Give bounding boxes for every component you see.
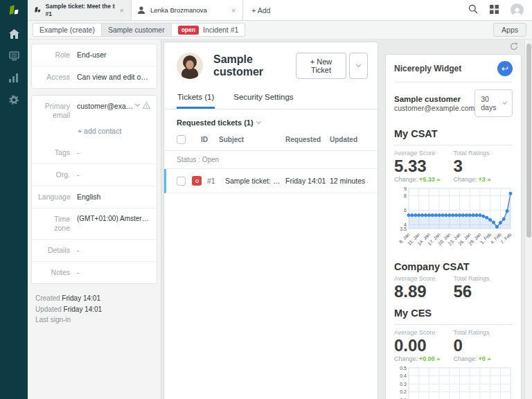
meta-updated: Updated Friday 14:01	[35, 304, 153, 315]
scrollbar-thumb[interactable]	[526, 44, 531, 238]
tab-customer[interactable]: Lenka Brozmanova ×	[132, 0, 243, 20]
chevron-down-icon	[256, 119, 261, 124]
ticket-id: #1	[207, 177, 225, 185]
total-ratings-label: Total Ratings	[454, 275, 513, 282]
my-csat-chart: 98643.58. Jan11. Jan14. Jan17. Jan20. Ja…	[394, 184, 513, 256]
breadcrumb-label: Incident #1	[203, 26, 238, 34]
widget-title: Nicereply Widget	[394, 64, 461, 73]
field-role: Role End-user	[32, 44, 157, 66]
search-icon[interactable]	[468, 4, 478, 16]
period-value: 30 days	[481, 95, 499, 112]
chevron-down-icon[interactable]	[135, 102, 140, 107]
field-value[interactable]: -	[77, 246, 80, 255]
table-header: ID Subject Requested Updated	[164, 133, 378, 151]
ticket-requested: Friday 14:01	[285, 177, 330, 185]
add-tab-button[interactable]: + Add	[243, 0, 278, 20]
ticket-icon	[34, 6, 42, 15]
meta-last-signin: Last sign-in	[35, 314, 153, 326]
add-contact-link[interactable]: + add contact	[32, 127, 157, 142]
svg-text:6: 6	[404, 209, 407, 213]
breadcrumb-sample-customer[interactable]: Sample customer	[101, 23, 172, 37]
top-navbar: Sample ticket: Meet the ti... #1 × Lenka…	[28, 0, 532, 21]
field-value[interactable]: End-user	[77, 51, 107, 60]
total-ratings-value: 3	[454, 157, 513, 175]
meta-created: Created Friday 14:01	[35, 293, 153, 304]
column-id[interactable]: ID	[201, 136, 219, 143]
person-icon	[138, 6, 145, 14]
field-label: Access	[38, 73, 77, 82]
svg-text:0.5: 0.5	[400, 366, 407, 371]
home-icon[interactable]	[8, 28, 20, 39]
period-select[interactable]: 30 days	[475, 89, 513, 117]
breadcrumb: Example (create) Sample customer open In…	[28, 21, 532, 39]
row-checkbox[interactable]	[177, 177, 186, 186]
tab-security-settings[interactable]: Security Settings	[233, 87, 294, 109]
apps-grid-icon[interactable]	[490, 5, 499, 16]
page-title: Sample customer	[213, 53, 296, 78]
field-notes: Notes -	[32, 261, 157, 283]
role-access-card: Role End-user Access Can view and edit o…	[31, 44, 157, 89]
field-label: Org.	[38, 170, 77, 179]
reports-icon[interactable]	[8, 72, 20, 84]
avg-score-label: Average Score	[394, 150, 454, 157]
svg-text:0.3: 0.3	[400, 382, 407, 387]
svg-text:0.2: 0.2	[400, 389, 407, 394]
my-ces-chart: 0.50.40.30.20.108. Jan11. Jan14. Jan17. …	[394, 364, 513, 399]
column-requested[interactable]: Requested	[285, 136, 330, 143]
ticket-updated: 12 minutes ago	[330, 177, 368, 185]
up-arrow-icon	[487, 357, 491, 360]
refresh-icon[interactable]	[510, 42, 518, 53]
column-updated[interactable]: Updated	[330, 136, 368, 143]
settings-gear-icon[interactable]	[8, 94, 20, 106]
nicereply-reply-icon[interactable]: ↩	[497, 61, 513, 76]
breadcrumb-label: Example (create)	[39, 26, 95, 34]
field-value[interactable]: (GMT+01:00) Amsterdam	[77, 215, 150, 224]
avg-score-value: 0.00	[394, 337, 454, 355]
tab-ticket[interactable]: Sample ticket: Meet the ti... #1 ×	[28, 0, 132, 20]
field-value[interactable]: English	[77, 193, 100, 202]
company-csat-stats: Average Score 8.89 Total Ratings 56	[394, 275, 513, 301]
field-language: Language English	[32, 186, 157, 208]
svg-text:3.5: 3.5	[400, 227, 407, 231]
total-ratings-value: 0	[454, 337, 513, 355]
user-avatar[interactable]	[511, 3, 524, 17]
chevron-down-icon	[356, 62, 361, 67]
close-icon[interactable]: ×	[231, 6, 236, 15]
column-subject[interactable]: Subject	[219, 136, 285, 143]
zendesk-logo-icon	[8, 4, 20, 17]
field-value[interactable]: -	[77, 170, 80, 179]
zendesk-logo[interactable]	[0, 0, 28, 21]
requested-tickets-header[interactable]: Requested tickets (1)	[164, 109, 378, 133]
table-row[interactable]: #1 Sample ticket: Meet the ticket Friday…	[164, 169, 378, 193]
select-all-checkbox[interactable]	[177, 135, 186, 144]
field-label: Tags	[38, 148, 77, 157]
new-ticket-button[interactable]: + New Ticket	[296, 53, 346, 79]
record-meta: Created Friday 14:01 Updated Friday 14:0…	[31, 290, 157, 328]
svg-text:8: 8	[404, 193, 407, 198]
tab-tickets[interactable]: Tickets (1)	[177, 87, 215, 109]
email-value[interactable]: customer@example.com	[77, 102, 136, 111]
ticket-subject[interactable]: Sample ticket: Meet the ticket	[225, 177, 285, 185]
field-tags: Tags -	[32, 142, 157, 163]
field-label: Language	[38, 193, 77, 202]
field-label: Primary email	[38, 102, 77, 120]
close-icon[interactable]: ×	[119, 6, 125, 15]
apps-button[interactable]: Apps	[493, 23, 526, 37]
my-ces-stats: Average Score 0.00 Change:+0.00 Total Ra…	[394, 329, 513, 362]
field-value[interactable]: -	[77, 268, 80, 277]
field-value[interactable]: Can view and edit own tic...	[77, 73, 150, 82]
customer-details-panel: Role End-user Access Can view and edit o…	[28, 39, 161, 399]
field-value[interactable]: -	[77, 148, 80, 157]
field-timezone: Time zone (GMT+01:00) Amsterdam	[32, 208, 157, 239]
contact-card: Primary email customer@example.com + add…	[31, 95, 157, 284]
total-ratings-label: Total Ratings	[454, 150, 513, 157]
avg-score-value: 8.89	[394, 283, 454, 301]
status-group-row: Status : Open	[164, 151, 378, 169]
field-label: Details	[38, 246, 77, 255]
views-icon[interactable]	[8, 50, 20, 62]
ticket-status-open-icon	[192, 176, 202, 186]
breadcrumb-label: Sample customer	[108, 26, 165, 34]
breadcrumb-example[interactable]: Example (create)	[33, 23, 102, 37]
new-ticket-dropdown-button[interactable]	[349, 53, 368, 79]
breadcrumb-incident[interactable]: open Incident #1	[171, 23, 246, 37]
